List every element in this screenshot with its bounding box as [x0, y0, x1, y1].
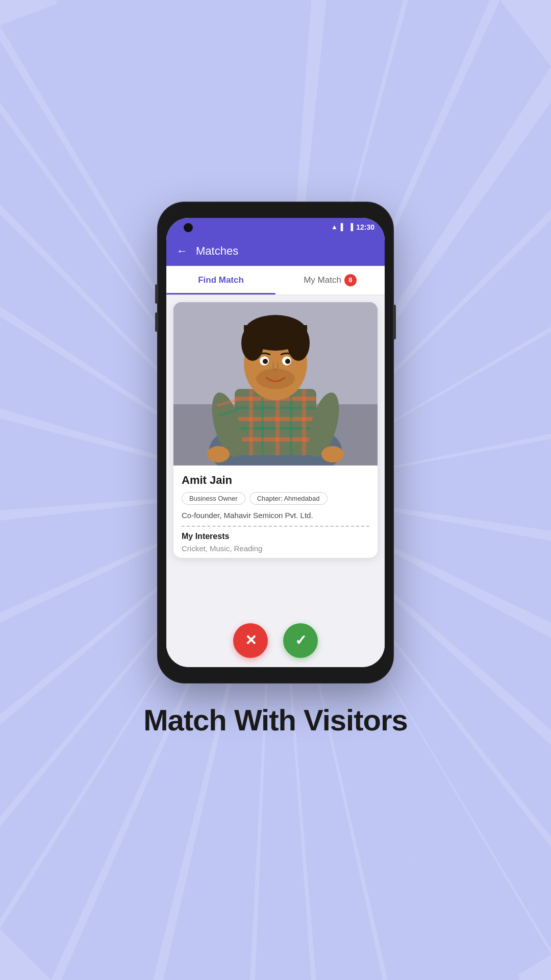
headline: Match With Visitors: [143, 703, 408, 737]
svg-point-62: [263, 359, 268, 364]
tab-bar: Find Match My Match 8: [166, 266, 385, 295]
battery-icon: ▐: [348, 223, 353, 231]
svg-rect-44: [249, 389, 253, 455]
status-icons: ▲ ▌ ▐ 12:30: [331, 223, 374, 231]
person-illustration: [173, 302, 378, 465]
reject-button[interactable]: ✕: [233, 623, 268, 658]
tag-chapter: Chapter: Ahmedabad: [249, 492, 328, 505]
interests-list: Cricket, Music, Reading: [182, 544, 369, 553]
svg-point-63: [285, 359, 290, 364]
volume-up-button: [155, 284, 158, 304]
volume-down-button: [155, 312, 158, 332]
profile-card: Amit Jain Business Owner Chapter: Ahmeda…: [173, 302, 378, 558]
interests-title: My Interests: [182, 532, 369, 541]
camera-notch: [184, 223, 193, 232]
svg-rect-47: [290, 389, 292, 455]
power-button: [393, 305, 396, 339]
status-bar: ▲ ▌ ▐ 12:30: [166, 218, 385, 236]
profile-tags: Business Owner Chapter: Ahmedabad: [182, 492, 369, 505]
screen: ▲ ▌ ▐ 12:30 ← Matches Find Match: [166, 218, 385, 667]
page-title: Matches: [196, 244, 238, 258]
status-time: 12:30: [356, 223, 374, 231]
svg-rect-48: [302, 389, 306, 455]
profile-name: Amit Jain: [182, 474, 369, 487]
reject-icon: ✕: [245, 633, 257, 648]
tab-find-match[interactable]: Find Match: [166, 266, 276, 295]
profile-company: Co-founder, Mahavir Semicon Pvt. Ltd.: [182, 511, 369, 520]
my-match-badge: 8: [344, 274, 357, 286]
profile-info: Amit Jain Business Owner Chapter: Ahmeda…: [173, 465, 378, 558]
card-area: Amit Jain Business Owner Chapter: Ahmeda…: [166, 295, 385, 613]
tab-find-match-label: Find Match: [198, 275, 244, 285]
svg-rect-45: [261, 389, 264, 455]
svg-point-58: [241, 325, 264, 361]
action-buttons: ✕ ✓: [166, 613, 385, 667]
phone-mockup: ▲ ▌ ▐ 12:30 ← Matches Find Match: [158, 203, 393, 682]
tab-my-match[interactable]: My Match 8: [276, 266, 385, 295]
svg-point-66: [321, 446, 344, 462]
divider: [182, 526, 369, 527]
wifi-icon: ▲: [331, 223, 338, 231]
tag-role: Business Owner: [182, 492, 245, 505]
back-button[interactable]: ←: [177, 244, 188, 258]
phone-body: ▲ ▌ ▐ 12:30 ← Matches Find Match: [158, 203, 393, 682]
profile-photo: [173, 302, 378, 465]
svg-point-65: [207, 446, 230, 462]
signal-icon: ▌: [341, 223, 345, 231]
app-bar: ← Matches: [166, 236, 385, 266]
accept-icon: ✓: [295, 633, 307, 648]
svg-point-64: [256, 369, 295, 389]
tab-my-match-label: My Match: [304, 275, 341, 285]
svg-point-59: [287, 325, 310, 361]
accept-button[interactable]: ✓: [283, 623, 318, 658]
